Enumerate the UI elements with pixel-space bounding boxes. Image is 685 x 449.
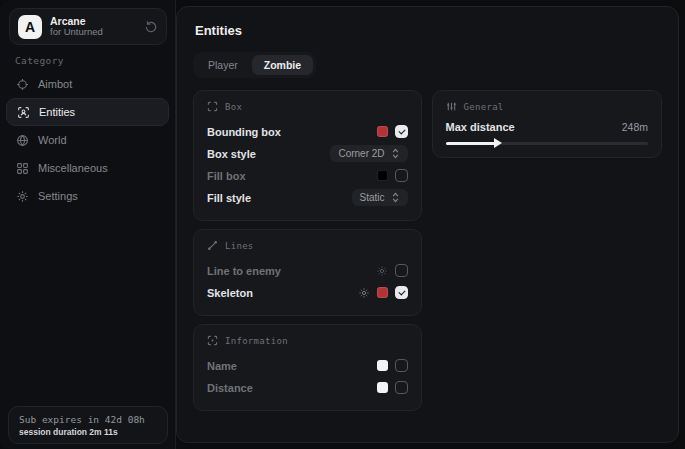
- slider-thumb-arrow[interactable]: [494, 138, 502, 148]
- setting-row-fill-style: Fill style Static: [207, 187, 408, 208]
- tab-zombie[interactable]: Zombie: [252, 55, 313, 75]
- fill-box-checkbox[interactable]: [395, 169, 408, 182]
- app-subtitle: for Unturned: [50, 27, 136, 38]
- sidebar-item-label: Entities: [39, 106, 75, 118]
- unfold-icon: [391, 148, 400, 159]
- main-panel: Entities Player Zombie Box Bounding box: [176, 6, 679, 443]
- lines-card: Lines Line to enemy: [193, 229, 422, 316]
- slider-fill: [446, 142, 497, 145]
- sidebar-item-settings[interactable]: Settings: [6, 182, 169, 210]
- lines-card-title: Lines: [225, 241, 254, 251]
- box-style-dropdown[interactable]: Corner 2D: [330, 145, 407, 162]
- category-label: Category: [15, 55, 64, 66]
- sidebar-item-label: Aimbot: [38, 78, 72, 90]
- session-duration-text: session duration 2m 11s: [19, 427, 157, 437]
- color-swatch-red[interactable]: [377, 126, 388, 137]
- sidebar-item-entities[interactable]: Entities: [6, 98, 169, 126]
- lines-card-header: Lines: [207, 240, 408, 251]
- setting-row-line-to-enemy: Line to enemy: [207, 260, 408, 281]
- line-settings-gear-icon[interactable]: [376, 265, 388, 277]
- sidebar-item-label: World: [38, 134, 67, 146]
- information-card: Information Name Distance: [193, 324, 422, 411]
- distance-checkbox[interactable]: [395, 381, 408, 394]
- color-swatch-black[interactable]: [377, 170, 388, 181]
- subscription-card: Sub expires in 42d 08h session duration …: [8, 406, 168, 444]
- box-card: Box Bounding box Box style Corner 2D: [193, 90, 422, 221]
- sidebar-item-label: Settings: [38, 190, 78, 202]
- general-card-header: General: [446, 101, 648, 112]
- information-card-title: Information: [225, 336, 288, 346]
- setting-row-box-style: Box style Corner 2D: [207, 143, 408, 164]
- general-card-title: General: [464, 102, 504, 112]
- color-swatch-white[interactable]: [377, 382, 388, 393]
- box-card-title: Box: [225, 102, 242, 112]
- max-distance-label: Max distance: [446, 121, 515, 133]
- max-distance-setting: Max distance 248m: [446, 121, 648, 145]
- sliders-icon: [446, 101, 457, 112]
- sidebar-item-label: Miscellaneous: [38, 162, 108, 174]
- skeleton-checkbox[interactable]: [395, 286, 408, 299]
- gear-icon: [16, 190, 29, 203]
- setting-row-name: Name: [207, 355, 408, 376]
- sidebar-item-world[interactable]: World: [6, 126, 169, 154]
- unfold-icon: [391, 192, 400, 203]
- app-names: Arcane for Unturned: [50, 15, 136, 38]
- setting-row-fill-box: Fill box: [207, 165, 408, 186]
- grid-icon: [16, 162, 29, 175]
- page-title: Entities: [195, 23, 662, 38]
- setting-row-distance: Distance: [207, 377, 408, 398]
- max-distance-slider[interactable]: [446, 142, 648, 145]
- general-card: General Max distance 248m: [432, 90, 662, 158]
- line-icon: [207, 240, 218, 251]
- fill-style-dropdown[interactable]: Static: [352, 189, 408, 206]
- crosshair-icon: [16, 78, 29, 91]
- box-card-header: Box: [207, 101, 408, 112]
- info-scan-icon: [207, 335, 218, 346]
- arcane-cheat-window: { "app": { "name": "Arcane", "subtitle":…: [0, 0, 685, 449]
- color-swatch-red[interactable]: [377, 287, 388, 298]
- line-to-enemy-checkbox[interactable]: [395, 264, 408, 277]
- sidebar-item-miscellaneous[interactable]: Miscellaneous: [6, 154, 169, 182]
- entity-tabs: Player Zombie: [193, 52, 316, 78]
- tab-player[interactable]: Player: [196, 55, 250, 75]
- app-header-card: A Arcane for Unturned: [9, 8, 167, 45]
- skeleton-settings-gear-icon[interactable]: [358, 287, 370, 299]
- information-card-header: Information: [207, 335, 408, 346]
- entity-scan-icon: [17, 106, 30, 119]
- app-logo: A: [18, 15, 42, 39]
- box-corners-icon: [207, 101, 218, 112]
- sidebar: A Arcane for Unturned Category Aimbot: [0, 0, 176, 449]
- max-distance-value: 248m: [622, 121, 648, 133]
- refresh-icon[interactable]: [144, 20, 158, 34]
- name-checkbox[interactable]: [395, 359, 408, 372]
- color-swatch-white[interactable]: [377, 360, 388, 371]
- sub-expiry-text: Sub expires in 42d 08h: [19, 414, 157, 425]
- globe-icon: [16, 134, 29, 147]
- setting-row-bounding-box: Bounding box: [207, 121, 408, 142]
- sidebar-nav: Aimbot Entities World: [6, 70, 169, 210]
- bounding-box-checkbox[interactable]: [395, 125, 408, 138]
- setting-row-skeleton: Skeleton: [207, 282, 408, 303]
- sidebar-item-aimbot[interactable]: Aimbot: [6, 70, 169, 98]
